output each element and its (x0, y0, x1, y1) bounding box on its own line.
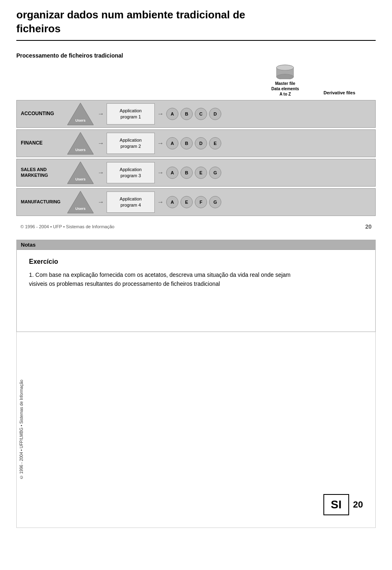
svg-point-2 (277, 74, 294, 79)
diagram-area: ACCOUNTING Users → Applicationprogram 1 … (16, 100, 376, 218)
circles-4: A E F G (166, 196, 221, 208)
accounting-label: ACCOUNTING (17, 111, 66, 116)
circle-B3: B (180, 167, 193, 179)
title-line2: ficheiros (16, 22, 60, 35)
arrow2-2: → (155, 140, 166, 147)
top-legend: Master file Data elements A to Z Derivat… (16, 65, 359, 97)
sales-triangle: Users (66, 161, 95, 185)
circle-E3: E (195, 167, 207, 179)
accounting-row: ACCOUNTING Users → Applicationprogram 1 … (16, 100, 376, 128)
arrow-4: → (95, 198, 107, 206)
circle-D1: D (209, 108, 221, 120)
exercise-title: Exercício (29, 258, 363, 265)
app-program-4: Applicationprogram 4 (107, 191, 155, 213)
circle-A4: A (166, 196, 178, 208)
finance-label: FINANCE (17, 140, 66, 146)
circle-B2: B (180, 137, 193, 149)
finance-triangle: Users (66, 131, 95, 155)
footer-copyright: © 1996 - 2004 • UFP • Sistemas de Inform… (20, 224, 114, 229)
exercise-text: 1. Com base na explicação fornecida com … (29, 270, 307, 289)
derivative-files-label: Derivative files (323, 90, 355, 95)
si-badge: SI 20 (323, 494, 363, 515)
footer-page-number: 20 (365, 223, 372, 230)
title-line1: organizar dados num ambiente tradicional… (16, 9, 245, 21)
circle-G3: G (209, 167, 221, 179)
arrow-3: → (95, 169, 107, 176)
app-program-2: Applicationprogram 2 (107, 133, 155, 154)
notes-body: Exercício 1. Com base na explicação forn… (17, 250, 375, 332)
diagram-title: Processamento de ficheiros tradicional (16, 52, 376, 59)
page-title: organizar dados num ambiente tradicional… (16, 8, 376, 41)
circles-2: A B D E (166, 137, 221, 149)
side-label: © 1996 - 2004 • UFP/LMBG • Sistemas de I… (19, 380, 24, 479)
circle-F4: F (195, 196, 207, 208)
app-program-3: Applicationprogram 3 (107, 162, 155, 183)
users-label-1: Users (66, 118, 95, 122)
users-label-3: Users (66, 177, 95, 181)
circles-1: A B C D (166, 108, 221, 120)
accounting-triangle: Users (66, 102, 95, 126)
circle-E4: E (180, 196, 193, 208)
manufacturing-label: MANUFACTURING (17, 199, 66, 205)
circle-A3: A (166, 167, 178, 179)
circle-B1: B (180, 108, 193, 120)
circles-3: A B E G (166, 167, 221, 179)
sales-row: SALES ANDMARKETING Users → Applicationpr… (16, 159, 376, 187)
exercise-body: Com base na explicação fornecida com os … (29, 272, 290, 287)
circle-A1: A (166, 108, 178, 120)
si-label: SI (323, 494, 349, 515)
manufacturing-triangle: Users (66, 190, 95, 214)
exercise-number: 1. (29, 272, 34, 278)
arrow2-1: → (155, 110, 166, 118)
circle-D2: D (195, 137, 207, 149)
sales-label: SALES ANDMARKETING (17, 167, 66, 178)
master-file-label: Master file Data elements A to Z (272, 81, 299, 97)
arrow-2: → (95, 140, 107, 147)
circle-E2: E (209, 137, 221, 149)
users-label-2: Users (66, 148, 95, 152)
circle-A2: A (166, 137, 178, 149)
manufacturing-row: MANUFACTURING Users → Applicationprogram… (16, 188, 376, 216)
app-program-1: Applicationprogram 1 (107, 103, 155, 125)
master-file-block: Master file Data elements A to Z (272, 65, 299, 97)
notes-section: Notas Exercício 1. Com base na explicaçã… (16, 240, 376, 332)
cylinder-icon (274, 65, 296, 79)
svg-point-3 (277, 65, 294, 70)
bottom-section: © 1996 - 2004 • UFP/LMBG • Sistemas de I… (16, 332, 376, 528)
arrow-1: → (95, 110, 107, 118)
notes-header: Notas (17, 240, 375, 250)
footer-bar: © 1996 - 2004 • UFP • Sistemas de Inform… (16, 222, 376, 232)
side-label-container: © 1996 - 2004 • UFP/LMBG • Sistemas de I… (17, 332, 26, 528)
diagram-section: Processamento de ficheiros tradicional M… (16, 48, 376, 236)
users-label-4: Users (66, 207, 95, 211)
finance-row: FINANCE Users → Applicationprogram 2 → A… (16, 129, 376, 157)
circle-G4: G (209, 196, 221, 208)
circle-C1: C (195, 108, 207, 120)
bottom-page-number: 20 (353, 499, 363, 510)
arrow2-3: → (155, 169, 166, 176)
arrow2-4: → (155, 198, 166, 206)
